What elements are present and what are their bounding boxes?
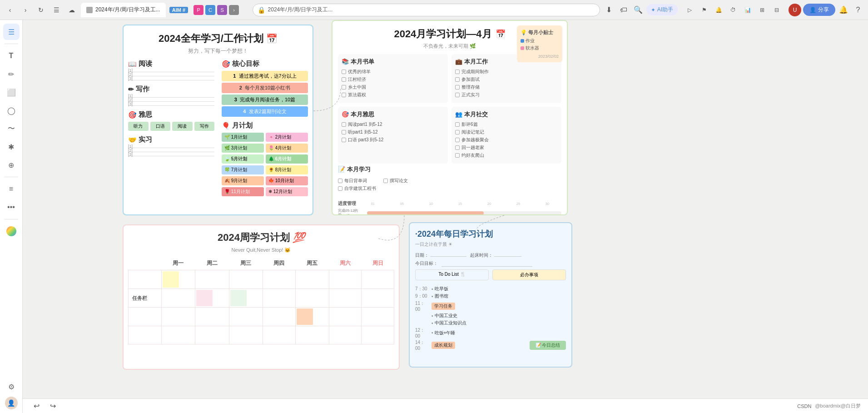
sidebar-curve-icon[interactable]: 〜 — [3, 120, 20, 137]
menu-button[interactable]: ☰ — [50, 4, 63, 16]
sidebar-sep-3 — [5, 219, 18, 219]
book-1: 优秀的绵羊 — [342, 69, 444, 75]
schedule-730: 7：30 • 吃早饭 — [415, 286, 566, 292]
week-cell-thu-2 — [263, 289, 295, 308]
learn-2: 自学建筑工程书 — [338, 185, 376, 192]
month-plan-card: 2024月学习计划—4月 📅 ⭐ 不负春光，未来可期 🌿 💡 每月小贴士 作业 … — [332, 20, 568, 215]
task-header — [129, 257, 162, 270]
nav-icon-2[interactable]: ⚑ — [698, 4, 710, 16]
social-3: 参加越极聚会 — [455, 137, 558, 143]
bell-button[interactable]: 🔔 — [837, 4, 850, 16]
app-tab-c[interactable]: C — [205, 5, 215, 15]
sidebar-text-icon[interactable]: T — [3, 48, 20, 64]
forward-button[interactable]: › — [19, 4, 32, 16]
month-plan-4: 🌷 4月计划 — [266, 144, 308, 153]
sidebar-plus-icon[interactable]: ⊕ — [3, 157, 20, 173]
social-2: 阅读记笔记 — [455, 129, 558, 135]
daily-date-row: 日期： 起床时间： — [410, 251, 571, 259]
nav-icon-5[interactable]: 📊 — [741, 4, 754, 16]
schedule-900: 9：00 • 图书馆 — [415, 293, 566, 299]
week-row-1 — [129, 270, 394, 289]
writing-line-1: [1] — [128, 97, 214, 98]
week-cell-sun-1 — [362, 270, 394, 289]
sun-header: 周日 — [362, 257, 394, 270]
nav-icon-7[interactable]: ⊟ — [770, 4, 783, 16]
app-tab-more[interactable]: › — [229, 5, 239, 15]
redo-button[interactable]: ↪ — [46, 400, 59, 413]
user-avatar[interactable]: U — [789, 4, 801, 16]
back-button[interactable]: ‹ — [4, 4, 16, 16]
share-button[interactable]: 👤 分享 — [803, 4, 835, 16]
task-label-2: 任务栏 — [129, 289, 162, 308]
month-card-title: 2024月学习计划—4月 — [394, 27, 491, 41]
month-plan-3: 🌿 3月计划 — [222, 144, 264, 153]
writing-lines: [1] [2] [3] — [128, 97, 214, 106]
reading-line-1: [1] — [128, 72, 214, 72]
sidebar-more-icon[interactable]: ••• — [3, 199, 20, 215]
nav-icon-4[interactable]: ⏱ — [727, 4, 739, 16]
sidebar-grid-icon[interactable]: ≡ — [3, 181, 20, 197]
daily-goal-row: 今日目标： — [410, 259, 571, 268]
app-tab-p[interactable]: P — [193, 5, 203, 15]
work-1: 完成期间制作 — [455, 69, 558, 75]
sidebar-color-icon[interactable] — [3, 223, 20, 239]
ielts-skills: 听力 口语 阅读 写作 — [128, 122, 214, 131]
ai-label: AI助手 — [657, 6, 673, 14]
download-button[interactable]: ⬇ — [603, 4, 615, 16]
bottom-bar: ↩ ↪ CSDN @boardmix@白日梦 — [23, 398, 868, 413]
schedule-industry-1: • 中国工业史 — [415, 313, 566, 319]
week-table-wrapper: 周一 周二 周三 周四 周五 周六 周日 — [124, 257, 399, 344]
nav-icon-6[interactable]: ⊞ — [756, 4, 769, 16]
goal-item-3: 3 完成每月阅读任务，10篇 — [222, 95, 308, 105]
tab-active[interactable]: 2024年/月/周/日学习及工... — [81, 3, 166, 17]
week-cell-label-3 — [129, 308, 162, 326]
refresh-button[interactable]: ↻ — [35, 4, 47, 16]
booklist-title: 📚 本月书单 — [342, 58, 444, 66]
sidebar-settings-icon[interactable]: ⚙ — [3, 378, 20, 395]
week-cell-mon-1 — [161, 270, 195, 289]
help-button[interactable]: ? — [852, 4, 864, 16]
nav-icon-3[interactable]: 🔔 — [712, 4, 725, 16]
app-tab-s[interactable]: S — [217, 5, 227, 15]
address-bar[interactable]: 🔒 2024年/月/周/日学习及工... — [253, 4, 600, 16]
summary-button[interactable]: 📝 今日总结 — [530, 341, 566, 350]
tue-header: 周二 — [195, 257, 229, 270]
reading-line-3: [3] — [128, 80, 214, 80]
writing-line-2: [2] — [128, 101, 214, 102]
goal-item-2: 2 每个月发10篇小红书 — [222, 83, 308, 93]
sidebar-sep-1 — [5, 44, 18, 44]
week-row-4 — [129, 326, 394, 344]
undo-button[interactable]: ↩ — [30, 400, 43, 413]
week-cell-thu-4 — [263, 326, 295, 344]
intern-line-2: [2] — [128, 152, 214, 152]
month-plan-5: 🍃 5月计划 — [222, 154, 264, 164]
week-cell-mon-2 — [161, 289, 195, 308]
cloud-button[interactable]: ☁ — [65, 4, 78, 16]
sticky-wed-2 — [230, 290, 247, 306]
sidebar-shape-icon[interactable]: ◯ — [3, 102, 20, 119]
work-4: 正式实习 — [455, 92, 558, 98]
sidebar-profile-icon[interactable]: 👤 — [5, 397, 18, 409]
thought-section: 🎯 本月雅思 阅读part1 到5-12 听part1 到5-12 口语 par… — [338, 107, 448, 164]
sidebar-rect-icon[interactable]: ⬜ — [3, 84, 20, 100]
highlighted-1100: 学习任务 — [432, 303, 455, 310]
tag-button[interactable]: 🏷 — [617, 4, 630, 16]
sidebar-menu-icon[interactable]: ☰ — [3, 24, 20, 40]
sidebar-star-icon[interactable]: ✱ — [3, 139, 20, 155]
core-goals-title: 🎯 核心目标 — [222, 60, 308, 68]
sidebar-pen-icon[interactable]: ✏ — [3, 66, 20, 82]
work-2: 参加面试 — [455, 76, 558, 83]
ai-assistant-btn[interactable]: ✦ AI助手 — [646, 4, 678, 15]
social-title: 👥 本月社交 — [455, 110, 558, 119]
nav-icon-1[interactable]: ▷ — [683, 4, 696, 16]
work-3: 整理存储 — [455, 84, 558, 90]
app-tabs: P C S › — [193, 5, 239, 15]
month-plan-11: 🌹 11月计划 — [222, 187, 264, 196]
reading-line-2: [2] — [128, 76, 214, 76]
month-plan-8: 🌻 8月计划 — [266, 165, 308, 174]
task-label-cell — [129, 270, 162, 289]
boardmix-text: @boardmix@白日梦 — [815, 403, 861, 409]
search-button[interactable]: 🔍 — [632, 4, 645, 16]
week-cell-mon-3 — [161, 308, 195, 326]
aim-area: AIM # — [169, 7, 188, 13]
